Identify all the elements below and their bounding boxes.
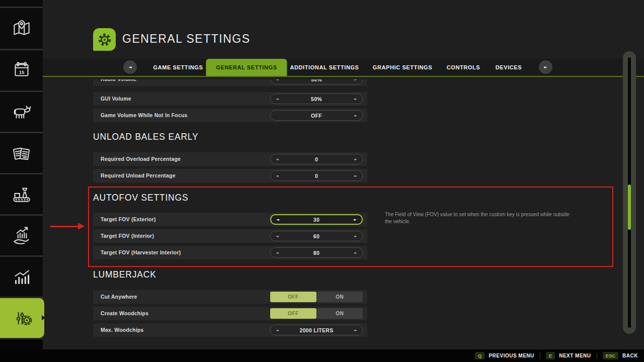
- setting-row-required-unload[interactable]: Required Unload Percentage ◄ 0 ►: [93, 169, 367, 183]
- game-volume-focus-stepper[interactable]: ◄ OFF ►: [270, 110, 363, 121]
- sidebar-item-calendar[interactable]: 15: [0, 50, 43, 90]
- statistics-icon: [10, 265, 33, 289]
- stepper-value: OFF: [280, 113, 353, 119]
- stepper-left-icon[interactable]: ◄: [275, 79, 280, 81]
- stepper-right-icon[interactable]: ►: [353, 174, 358, 178]
- stepper-left-icon[interactable]: ◄: [275, 157, 280, 161]
- sidebar-item-statistics[interactable]: [0, 257, 43, 297]
- annotation-rectangle: [88, 187, 613, 267]
- setting-row-gui-volume[interactable]: GUI Volume ◄ 50% ►: [93, 92, 367, 106]
- setting-label: Required Overload Percentage: [101, 152, 181, 166]
- toggle-off-option[interactable]: OFF: [270, 292, 316, 302]
- footer-bar: Q PREVIOUS MENU E NEXT MENU ESC BACK: [0, 349, 644, 362]
- tab-game-settings[interactable]: GAME SETTINGS: [153, 59, 203, 76]
- stepper-right-icon[interactable]: ►: [353, 328, 358, 332]
- stepper-right-icon[interactable]: ►: [353, 79, 358, 81]
- calendar-day-label: 15: [19, 69, 24, 75]
- hint-previous-menu[interactable]: Q PREVIOUS MENU: [475, 352, 534, 359]
- setting-label: Required Unload Percentage: [101, 169, 176, 183]
- tab-devices[interactable]: DEVICES: [496, 59, 522, 76]
- hint-label: PREVIOUS MENU: [489, 353, 534, 358]
- toggle-off-option[interactable]: OFF: [270, 308, 316, 319]
- hint-divider: [540, 352, 540, 359]
- stepper-left-icon[interactable]: ◄: [275, 174, 280, 178]
- tab-label: DEVICES: [496, 64, 522, 70]
- create-woodchips-toggle: OFF ON: [270, 308, 363, 319]
- section-title-lumberjack: LUMBERJACK: [93, 269, 156, 280]
- settings-app-icon: [93, 28, 116, 51]
- setting-row-radio-volume[interactable]: Radio Volume ◄ 50% ►: [93, 79, 367, 86]
- radio-volume-stepper[interactable]: ◄ 50% ►: [270, 79, 363, 84]
- settings-icon: [11, 307, 34, 330]
- stepper-value: 0: [280, 173, 353, 179]
- stepper-value: 0: [280, 156, 353, 162]
- setting-row-game-volume-focus[interactable]: Game Volume While Not In Focus ◄ OFF ►: [93, 109, 367, 122]
- toggle-on-option[interactable]: ON: [317, 292, 363, 302]
- key-e-badge: E: [546, 352, 555, 359]
- key-esc-badge: ESC: [603, 352, 619, 359]
- tab-label: GAME SETTINGS: [153, 64, 203, 70]
- tabs-next-button[interactable]: ►: [539, 60, 552, 74]
- stepper-left-icon[interactable]: ◄: [275, 328, 280, 332]
- sidebar-active-pointer-icon: [42, 315, 45, 320]
- sidebar-item-animals[interactable]: [0, 92, 43, 132]
- chevron-right-icon: ►: [544, 65, 547, 69]
- stepper-right-icon[interactable]: ►: [353, 157, 358, 161]
- toggle-on-option[interactable]: ON: [317, 308, 363, 319]
- clipped-row-viewport: Radio Volume ◄ 50% ►: [93, 79, 367, 86]
- hint-label: BACK: [622, 353, 638, 358]
- chevron-left-icon: ◄: [128, 65, 131, 69]
- hint-divider: [597, 352, 597, 359]
- setting-row-max-woodchips[interactable]: Max. Woodchips ◄ 2000 LITERS ►: [93, 323, 367, 337]
- stepper-value: 2000 LITERS: [280, 327, 353, 333]
- max-woodchips-stepper[interactable]: ◄ 2000 LITERS ►: [270, 325, 363, 335]
- tab-label: GENERAL SETTINGS: [216, 64, 277, 70]
- stepper-left-icon[interactable]: ◄: [275, 97, 280, 101]
- setting-row-create-woodchips[interactable]: Create Woodchips OFF ON: [93, 307, 367, 320]
- required-overload-stepper[interactable]: ◄ 0 ►: [270, 154, 363, 164]
- setting-label: Game Volume While Not In Focus: [101, 109, 188, 122]
- tab-label: ADDITIONAL SETTINGS: [290, 64, 359, 70]
- sidebar-item-production[interactable]: [0, 174, 43, 214]
- stepper-value: 50%: [280, 96, 353, 102]
- tab-general-settings[interactable]: GENERAL SETTINGS: [206, 59, 287, 76]
- setting-label: Max. Woodchips: [101, 323, 143, 337]
- annotation-arrow: [50, 226, 79, 227]
- stepper-right-icon[interactable]: ►: [353, 114, 358, 118]
- cut-anywhere-toggle: OFF ON: [270, 292, 363, 302]
- hint-next-menu[interactable]: E NEXT MENU: [546, 352, 591, 359]
- animals-cow-icon: [10, 101, 33, 124]
- setting-label: Create Woodchips: [101, 307, 148, 320]
- map-icon: [10, 17, 33, 40]
- key-q-badge: Q: [475, 352, 485, 359]
- gear-icon: [96, 31, 114, 49]
- sidebar-item-settings-active[interactable]: [0, 298, 44, 338]
- annotation-arrowhead-icon: [78, 223, 85, 230]
- required-unload-stepper[interactable]: ◄ 0 ►: [270, 170, 363, 181]
- scrollbar-thumb[interactable]: [628, 185, 631, 230]
- hint-back[interactable]: ESC BACK: [603, 352, 638, 359]
- stepper-value: 50%: [280, 79, 353, 82]
- setting-label: GUI Volume: [101, 92, 131, 106]
- gui-volume-stepper[interactable]: ◄ 50% ►: [270, 94, 363, 104]
- setting-row-cut-anywhere[interactable]: Cut Anywhere OFF ON: [93, 290, 367, 304]
- tab-controls[interactable]: CONTROLS: [447, 59, 480, 76]
- sidebar-item-clipped[interactable]: [0, 0, 43, 7]
- page-title: GENERAL SETTINGS: [122, 32, 250, 46]
- stepper-right-icon[interactable]: ►: [353, 97, 358, 101]
- setting-label: Radio Volume: [101, 79, 137, 86]
- production-icon: [10, 183, 33, 206]
- setting-row-required-overload[interactable]: Required Overload Percentage ◄ 0 ►: [93, 152, 367, 166]
- tab-graphic-settings[interactable]: GRAPHIC SETTINGS: [373, 59, 432, 76]
- sidebar-item-finances[interactable]: [0, 216, 43, 255]
- hint-label: NEXT MENU: [559, 353, 591, 358]
- tabs-prev-button[interactable]: ◄: [123, 60, 137, 74]
- setting-label: Cut Anywhere: [101, 290, 137, 304]
- sidebar-item-contracts[interactable]: [0, 133, 43, 173]
- tab-label: GRAPHIC SETTINGS: [373, 64, 432, 70]
- calendar-icon: 15: [10, 59, 33, 82]
- settings-screen: 15: [0, 0, 644, 362]
- sidebar-item-map[interactable]: [0, 8, 43, 49]
- finances-icon: [10, 224, 33, 247]
- tab-additional-settings[interactable]: ADDITIONAL SETTINGS: [290, 59, 359, 76]
